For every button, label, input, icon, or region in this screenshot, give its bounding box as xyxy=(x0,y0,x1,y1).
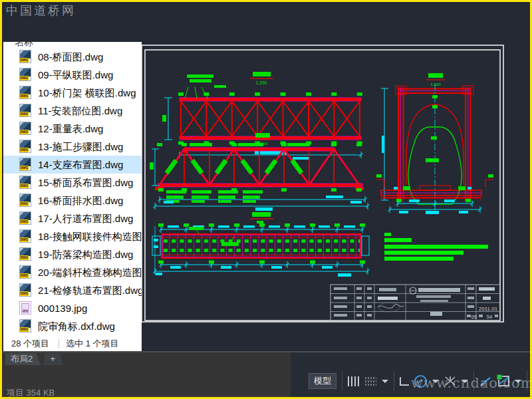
notes-text xyxy=(384,233,488,261)
dwg-file-icon xyxy=(19,194,31,207)
file-row[interactable]: 11-安装部位图.dwg xyxy=(3,102,142,120)
file-row[interactable]: 21-检修轨道布置图.dwg xyxy=(3,281,142,299)
cross-section-drawing: 1:100 xyxy=(376,73,493,214)
file-row[interactable]: 19-防落梁构造图.dwg xyxy=(3,245,142,263)
dwg-file-icon xyxy=(19,319,31,332)
dwg-file-icon xyxy=(19,211,31,225)
snap-mode-icon[interactable] xyxy=(348,376,359,386)
dwg-file-icon xyxy=(19,68,31,81)
file-explorer-panel: 名称 08-桥面图.dwg 09-平纵联图.dwg 10-桥门架 横联图.dwg… xyxy=(3,42,142,351)
dwg-file-icon xyxy=(19,176,31,189)
file-row[interactable]: 16-桥面排水图.dwg xyxy=(3,192,142,209)
svg-text:1:200: 1:200 xyxy=(256,80,267,85)
file-row[interactable]: 10-桥门架 横联图.dwg xyxy=(3,84,142,102)
dwg-file-icon xyxy=(19,283,31,297)
plan-bracing-drawing: 1:200 xyxy=(162,72,363,160)
separator xyxy=(342,371,342,391)
separator xyxy=(394,371,394,391)
dwg-file-icon xyxy=(19,247,31,261)
layout-tab-bar: 布局2 + xyxy=(5,353,63,365)
new-layout-tab-button[interactable]: + xyxy=(43,353,63,365)
file-row[interactable]: 12-重量表.dwg xyxy=(3,120,142,138)
deck-plan-drawing xyxy=(152,212,370,277)
svg-text:2011.01: 2011.01 xyxy=(479,306,498,312)
dwg-file-icon xyxy=(19,265,31,279)
file-row[interactable]: 院审角标.dxf.dwg xyxy=(3,317,142,335)
grid-display-icon[interactable] xyxy=(364,376,376,386)
column-header-name[interactable]: 名称 xyxy=(3,42,142,48)
file-row[interactable]: 13-施工步骤图.dwg xyxy=(3,138,142,156)
explorer-status-bar: 28 个项目 选中 1 个项目 xyxy=(3,336,142,351)
elevation-truss-drawing: 1:200 xyxy=(150,133,370,211)
dwg-file-icon xyxy=(19,50,31,63)
file-row[interactable]: 15-桥面系布置图.dwg xyxy=(3,174,142,192)
watermark-site-name: 中国道桥网 xyxy=(6,3,76,19)
file-row[interactable]: 09-平纵联图.dwg xyxy=(3,66,142,84)
file-row-selected[interactable]: 14-支座布置图.dwg xyxy=(3,156,142,174)
jpg-file-icon xyxy=(19,301,31,315)
svg-text:54: 54 xyxy=(487,314,492,320)
selected-count: 选中 1 个项目 xyxy=(66,338,118,350)
explorer-size-status: 项目 354 KB xyxy=(7,387,55,399)
item-count: 28 个项目 xyxy=(11,338,49,350)
file-row[interactable]: 17-人行道布置图.dwg xyxy=(3,209,142,227)
dwg-file-icon xyxy=(19,86,31,99)
background-window-region: 布局2 + 项目 354 KB xyxy=(2,352,291,397)
divider xyxy=(59,339,59,348)
svg-text:05: 05 xyxy=(471,314,477,320)
file-row[interactable]: 20-端斜杆检查梯构造图.dwg xyxy=(3,263,142,281)
watermark-site-url: www.cndao.com xyxy=(411,375,532,391)
ortho-mode-icon[interactable] xyxy=(400,377,409,386)
dwg-file-icon xyxy=(19,229,31,243)
svg-text:1:100: 1:100 xyxy=(430,82,441,86)
model-space-button[interactable]: 模型 xyxy=(309,373,336,389)
dwg-file-icon xyxy=(19,104,31,117)
file-row[interactable]: 18-接触网联接件构造图.dwg xyxy=(3,227,142,245)
dwg-file-icon xyxy=(19,158,31,171)
file-row[interactable]: 08-桥面图.dwg xyxy=(3,48,142,66)
tab-layout2[interactable]: 布局2 xyxy=(5,353,41,365)
dwg-file-icon xyxy=(19,140,31,153)
screen: 1:200 xyxy=(0,0,532,399)
title-block: 2011.01 05 54 xyxy=(331,285,500,321)
file-row[interactable]: 000139.jpg xyxy=(3,299,142,317)
dwg-file-icon xyxy=(19,122,31,135)
chevron-down-icon[interactable] xyxy=(382,380,388,383)
